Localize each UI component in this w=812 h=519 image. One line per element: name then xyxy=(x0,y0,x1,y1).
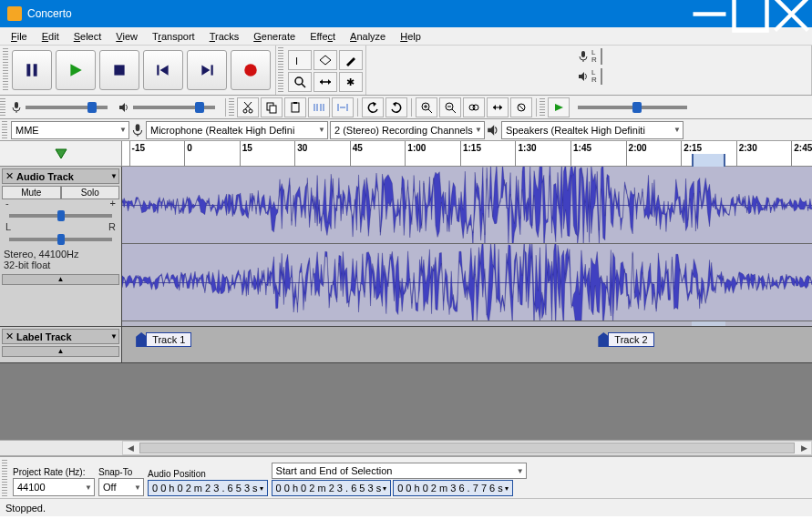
zoom-tool[interactable] xyxy=(288,72,312,92)
silence-button[interactable] xyxy=(332,97,354,117)
pin-button[interactable] xyxy=(0,141,122,166)
recording-device-combo[interactable]: Microphone (Realtek High Defini▼ xyxy=(146,121,328,139)
track-menu-button[interactable]: ▼ xyxy=(110,332,118,341)
label-track-body[interactable]: Track 1Track 2 xyxy=(122,327,812,362)
label-track: ✕ Label Track ▼ ▲ Track 1Track 2 xyxy=(0,327,812,363)
label-text[interactable]: Track 2 xyxy=(608,332,653,347)
grip[interactable] xyxy=(229,98,234,117)
playback-meter[interactable]: -57-54-51-48-45-42-39-36-33-30-27-24-21-… xyxy=(601,68,602,85)
selection-start-field[interactable]: 0 0 h 0 2 m 2 3 . 6 5 3 s▾ xyxy=(272,480,392,496)
label-text[interactable]: Track 1 xyxy=(146,332,191,347)
paste-button[interactable] xyxy=(284,97,306,117)
mute-button[interactable]: Mute xyxy=(2,186,61,199)
menu-file[interactable]: File xyxy=(4,29,35,44)
horizontal-scrollbar[interactable]: ◀▶ xyxy=(0,440,812,456)
grip[interactable] xyxy=(2,121,7,139)
channel-right[interactable] xyxy=(122,244,812,321)
speaker-icon xyxy=(575,71,591,82)
track-close-button[interactable]: ✕ xyxy=(4,331,15,342)
grip[interactable] xyxy=(2,460,7,496)
menu-generate[interactable]: Generate xyxy=(246,29,303,44)
track-name[interactable]: Audio Track xyxy=(15,171,110,182)
audio-host-combo[interactable]: MME▼ xyxy=(11,121,129,139)
skip-end-button[interactable] xyxy=(187,50,227,90)
svg-marker-61 xyxy=(56,149,67,158)
selection-mode-combo[interactable]: Start and End of Selection▼ xyxy=(272,463,527,479)
window-title: Concerto xyxy=(27,7,689,20)
app-icon xyxy=(7,6,22,21)
maximize-button[interactable] xyxy=(730,0,771,27)
label-marker[interactable]: Track 2 xyxy=(598,332,653,347)
menu-edit[interactable]: Edit xyxy=(35,29,67,44)
track-name[interactable]: Label Track xyxy=(15,331,110,342)
undo-button[interactable] xyxy=(362,97,384,117)
minimize-button[interactable] xyxy=(689,0,730,27)
zoom-out-button[interactable] xyxy=(439,97,461,117)
stop-button[interactable] xyxy=(99,50,139,90)
playback-volume[interactable] xyxy=(115,102,222,113)
redo-button[interactable] xyxy=(385,97,407,117)
svg-line-48 xyxy=(452,109,456,113)
menu-tracks[interactable]: Tracks xyxy=(202,29,247,44)
play-at-speed-button[interactable] xyxy=(548,97,570,117)
trim-button[interactable] xyxy=(308,97,330,117)
track-menu-button[interactable]: ▼ xyxy=(110,172,118,180)
meter-lr: LR xyxy=(591,49,601,64)
collapse-button[interactable]: ▲ xyxy=(2,346,119,357)
recording-meter[interactable]: -57-54-51-48-45-42-3 Click to Start Moni… xyxy=(601,48,602,65)
project-rate-combo[interactable]: 44100▼ xyxy=(13,478,95,496)
recording-channels-combo[interactable]: 2 (Stereo) Recording Channels▼ xyxy=(330,121,485,139)
menu-view[interactable]: View xyxy=(108,29,145,44)
label-marker[interactable]: Track 1 xyxy=(136,332,191,347)
playback-device-combo[interactable]: Speakers (Realtek High Definiti▼ xyxy=(501,121,684,139)
grip[interactable] xyxy=(540,98,545,117)
ruler-tick: 30 xyxy=(294,141,307,166)
audio-position-field[interactable]: 0 0 h 0 2 m 2 3 . 6 5 3 s▾ xyxy=(148,480,268,496)
ruler-tick: 45 xyxy=(350,141,363,166)
draw-tool[interactable] xyxy=(339,50,363,70)
cut-button[interactable] xyxy=(237,97,259,117)
svg-marker-6 xyxy=(70,64,81,76)
menu-effect[interactable]: Effect xyxy=(303,29,343,44)
selection-tool[interactable]: I xyxy=(288,50,312,70)
svg-marker-57 xyxy=(555,104,563,111)
pan-slider[interactable] xyxy=(9,238,112,241)
waveform-area[interactable] xyxy=(122,167,812,326)
gain-slider[interactable] xyxy=(9,214,112,218)
svg-rect-1 xyxy=(735,0,767,30)
envelope-tool[interactable] xyxy=(313,50,337,70)
collapse-button[interactable]: ▲ xyxy=(2,274,119,285)
grip[interactable] xyxy=(278,47,283,93)
snap-to-combo[interactable]: Off▼ xyxy=(98,478,144,496)
zoom-toggle-button[interactable] xyxy=(510,97,532,117)
pause-button[interactable] xyxy=(12,50,52,90)
menu-select[interactable]: Select xyxy=(67,29,109,44)
svg-rect-11 xyxy=(211,65,213,75)
svg-point-51 xyxy=(473,105,478,110)
fit-selection-button[interactable] xyxy=(463,97,485,117)
grip[interactable] xyxy=(3,48,8,92)
svg-rect-8 xyxy=(157,65,159,75)
playback-speed[interactable] xyxy=(570,106,694,109)
menu-transport[interactable]: Transport xyxy=(145,29,202,44)
skip-start-button[interactable] xyxy=(143,50,183,90)
copy-button[interactable] xyxy=(261,97,283,117)
play-button[interactable] xyxy=(56,50,96,90)
ruler-tick: 2:00 xyxy=(626,141,647,166)
timeline-ruler[interactable]: -1501530451:001:151:301:452:002:152:302:… xyxy=(122,141,812,166)
svg-marker-22 xyxy=(579,72,584,81)
recording-volume[interactable] xyxy=(7,101,115,114)
zoom-in-button[interactable] xyxy=(416,97,437,117)
grip[interactable] xyxy=(0,98,5,117)
channel-left[interactable] xyxy=(122,167,812,244)
menu-help[interactable]: Help xyxy=(393,29,428,44)
timeshift-tool[interactable] xyxy=(313,72,337,92)
ruler-tick: 1:15 xyxy=(460,141,481,166)
selection-end-field[interactable]: 0 0 h 0 2 m 3 6 . 7 7 6 s▾ xyxy=(393,480,513,496)
close-button[interactable] xyxy=(771,0,812,27)
fit-project-button[interactable] xyxy=(487,97,509,117)
multi-tool[interactable]: ✱ xyxy=(339,72,363,92)
record-button[interactable] xyxy=(231,50,271,90)
menu-analyze[interactable]: Analyze xyxy=(343,29,393,44)
track-close-button[interactable]: ✕ xyxy=(4,170,15,182)
